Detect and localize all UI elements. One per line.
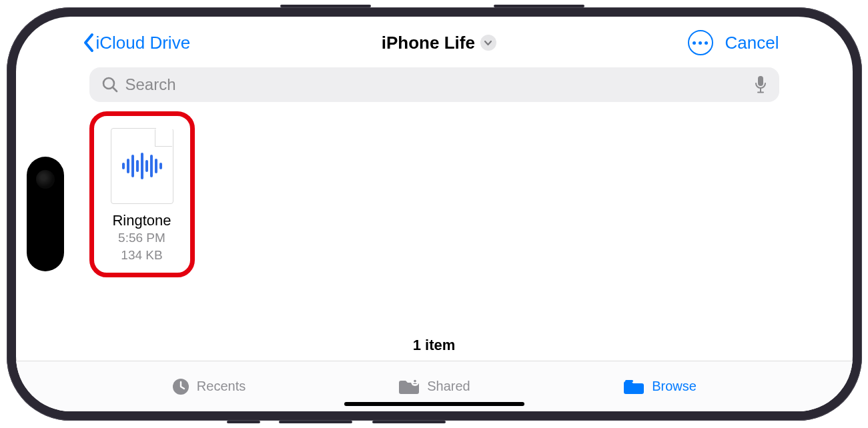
file-item-ringtone[interactable]: Ringtone 5:56 PM 134 KB: [89, 111, 195, 277]
search-bar[interactable]: [89, 67, 779, 102]
file-time: 5:56 PM: [118, 229, 165, 247]
svg-line-1: [113, 88, 117, 92]
tab-label: Recents: [197, 379, 246, 394]
audio-file-icon: [111, 128, 173, 204]
title-dropdown[interactable]: iPhone Life: [193, 33, 685, 53]
nav-bar: iCloud Drive iPhone Life Cancel: [16, 17, 853, 61]
clock-icon: [171, 377, 190, 396]
device-frame: iCloud Drive iPhone Life Cancel: [7, 7, 862, 421]
search-bar-container: [16, 61, 853, 102]
back-label: iCloud Drive: [96, 33, 191, 53]
front-camera: [36, 170, 55, 189]
back-button[interactable]: iCloud Drive: [83, 33, 191, 53]
file-grid: Ringtone 5:56 PM 134 KB: [89, 111, 779, 277]
home-indicator[interactable]: [344, 402, 524, 406]
page-title: iPhone Life: [382, 33, 475, 53]
item-count: 1 item: [89, 337, 779, 361]
chevron-left-icon: [83, 33, 95, 53]
folder-icon: [622, 377, 645, 396]
tab-label: Browse: [652, 379, 697, 394]
content-area: Ringtone 5:56 PM 134 KB 1 item: [16, 102, 853, 361]
svg-point-7: [414, 379, 416, 382]
tab-bar: Recents Shared: [16, 361, 853, 411]
svg-rect-8: [625, 380, 633, 382]
more-options-button[interactable]: [688, 30, 713, 55]
tab-recents[interactable]: Recents: [96, 361, 322, 411]
search-input[interactable]: [125, 75, 747, 94]
file-size: 134 KB: [121, 247, 162, 264]
tab-browse[interactable]: Browse: [547, 361, 773, 411]
chevron-down-icon: [480, 35, 496, 51]
dictate-icon[interactable]: [754, 75, 767, 94]
file-name: Ringtone: [112, 212, 171, 229]
shared-folder-icon: [398, 377, 420, 396]
dynamic-island: [27, 157, 64, 271]
screen: iCloud Drive iPhone Life Cancel: [16, 17, 853, 411]
cancel-button[interactable]: Cancel: [725, 33, 779, 53]
svg-rect-2: [758, 76, 763, 86]
tab-label: Shared: [427, 379, 470, 394]
search-icon: [101, 76, 119, 93]
